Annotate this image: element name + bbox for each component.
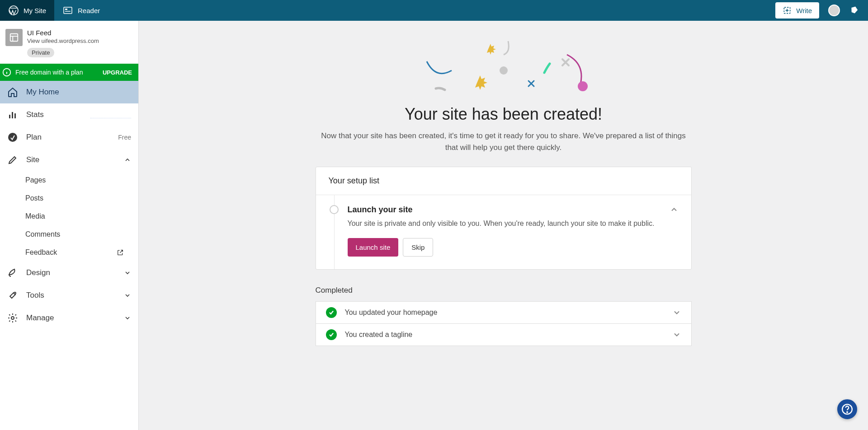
- tab-my-site[interactable]: My Site: [0, 0, 54, 21]
- wrench-icon: [7, 290, 18, 301]
- svg-point-17: [14, 292, 16, 294]
- stats-icon: [7, 109, 18, 120]
- chevron-up-icon[interactable]: [670, 205, 679, 257]
- main-content: Your site has been created! Now that you…: [139, 21, 868, 430]
- svg-point-20: [578, 81, 588, 91]
- stats-sparkline: [90, 111, 131, 118]
- external-link-icon: [117, 249, 124, 256]
- site-thumbnail: [5, 29, 23, 46]
- nav-plan[interactable]: Plan Free: [0, 126, 138, 149]
- help-button[interactable]: [837, 399, 857, 419]
- task-title: Launch your site: [348, 205, 660, 215]
- nav-feedback-label: Feedback: [25, 248, 57, 257]
- nav-plan-label: Plan: [26, 133, 42, 142]
- svg-point-22: [847, 412, 848, 413]
- nav-design-label: Design: [26, 268, 50, 277]
- nav-site[interactable]: Site: [0, 149, 138, 171]
- launch-site-button[interactable]: Launch site: [348, 238, 399, 257]
- plan-icon: [7, 132, 18, 143]
- task-desc: Your site is private and only visible to…: [348, 218, 660, 229]
- nav-posts-label: Posts: [25, 194, 43, 202]
- nav-site-label: Site: [26, 155, 39, 164]
- chevron-up-icon: [124, 156, 131, 164]
- task-status-circle: [330, 205, 339, 214]
- nav-feedback[interactable]: Feedback: [25, 243, 138, 262]
- reader-icon: [62, 5, 73, 16]
- hero: Your site has been created! Now that you…: [316, 39, 692, 153]
- nav-manage-label: Manage: [26, 313, 54, 322]
- site-name: UI Feed: [27, 29, 99, 37]
- completed-item-label: You created a tagline: [345, 331, 413, 339]
- nav-posts[interactable]: Posts: [25, 189, 138, 207]
- upgrade-text: Free domain with a plan: [15, 69, 83, 76]
- completed-item-label: You updated your homepage: [345, 308, 438, 317]
- design-icon: [7, 267, 18, 278]
- task-launch: Launch your site Your site is private an…: [316, 195, 691, 269]
- gear-icon: [7, 313, 18, 323]
- info-icon: [2, 67, 12, 77]
- topbar-right: Write: [775, 2, 868, 19]
- setup-header: Your setup list: [316, 167, 691, 195]
- notification-icon[interactable]: [849, 5, 859, 15]
- svg-rect-15: [14, 113, 16, 118]
- chevron-down-icon: [124, 314, 131, 322]
- svg-rect-14: [12, 112, 13, 118]
- nav-stats-label: Stats: [26, 110, 44, 119]
- completed-section: Completed You updated your homepage You …: [316, 286, 692, 346]
- tab-my-site-label: My Site: [24, 7, 46, 14]
- setup-card: Your setup list Launch your site Your si…: [316, 167, 692, 270]
- chevron-down-icon: [672, 330, 681, 339]
- nav-manage[interactable]: Manage: [0, 307, 138, 329]
- nav-media[interactable]: Media: [25, 207, 138, 225]
- home-icon: [7, 87, 18, 98]
- check-icon: [326, 307, 337, 318]
- topbar: My Site Reader Write: [0, 0, 868, 21]
- svg-point-19: [500, 66, 508, 75]
- nav-stats[interactable]: Stats: [0, 103, 138, 126]
- svg-rect-7: [10, 34, 18, 42]
- chevron-down-icon: [672, 308, 681, 317]
- wordpress-icon: [8, 5, 19, 16]
- svg-point-16: [8, 133, 17, 142]
- write-label: Write: [796, 7, 812, 14]
- write-button[interactable]: Write: [775, 2, 819, 19]
- nav-pages-label: Pages: [25, 176, 46, 184]
- nav-design[interactable]: Design: [0, 262, 138, 284]
- hero-subtitle: Now that your site has been created, it'…: [316, 130, 692, 153]
- nav-my-home[interactable]: My Home: [0, 81, 138, 103]
- nav-comments-label: Comments: [25, 230, 60, 238]
- svg-point-18: [11, 317, 14, 319]
- site-privacy-badge: Private: [27, 48, 54, 57]
- completed-item-tagline[interactable]: You created a tagline: [316, 324, 692, 346]
- upgrade-cta: UPGRADE: [103, 69, 132, 76]
- nav-tools-label: Tools: [26, 291, 44, 300]
- completed-item-homepage[interactable]: You updated your homepage: [316, 301, 692, 324]
- nav-site-children: Pages Posts Media Comments Feedback: [0, 171, 138, 262]
- nav-pages[interactable]: Pages: [25, 171, 138, 189]
- user-avatar[interactable]: [828, 5, 840, 16]
- tab-reader[interactable]: Reader: [54, 0, 108, 21]
- sidebar-nav: My Home Stats Plan Free Site Pag: [0, 81, 138, 430]
- nav-tools[interactable]: Tools: [0, 284, 138, 307]
- nav-my-home-label: My Home: [26, 88, 59, 97]
- plan-trailing: Free: [118, 134, 131, 141]
- sidebar: UI Feed View uifeed.wordpress.com Privat…: [0, 21, 139, 430]
- check-icon: [326, 329, 337, 340]
- site-url: View uifeed.wordpress.com: [27, 37, 99, 44]
- svg-rect-13: [9, 115, 10, 118]
- nav-media-label: Media: [25, 212, 45, 220]
- confetti-illustration: [316, 39, 692, 98]
- pencil-icon: [7, 154, 18, 165]
- site-header[interactable]: UI Feed View uifeed.wordpress.com Privat…: [0, 21, 138, 64]
- tab-reader-label: Reader: [78, 7, 100, 14]
- chevron-down-icon: [124, 269, 131, 276]
- upgrade-banner[interactable]: Free domain with a plan UPGRADE: [0, 64, 138, 81]
- svg-rect-1: [64, 7, 72, 14]
- completed-heading: Completed: [316, 286, 692, 295]
- chevron-down-icon: [124, 292, 131, 299]
- write-icon: [783, 6, 792, 15]
- nav-comments[interactable]: Comments: [25, 225, 138, 243]
- svg-rect-2: [65, 9, 67, 10]
- skip-button[interactable]: Skip: [403, 238, 433, 257]
- site-info: UI Feed View uifeed.wordpress.com Privat…: [27, 29, 99, 57]
